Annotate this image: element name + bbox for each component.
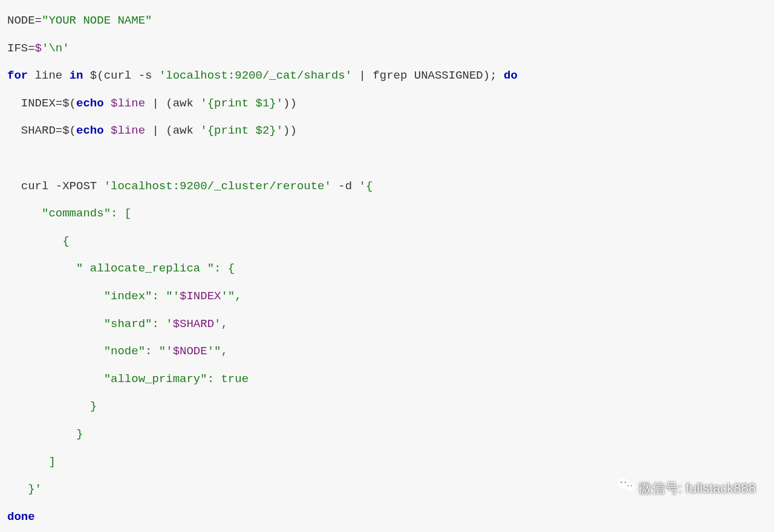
string-literal: "node": "' — [7, 345, 173, 358]
string-literal: ] — [7, 455, 56, 469]
code-text: -d — [331, 180, 359, 193]
string-literal: '{print $2}' — [200, 124, 283, 137]
string-literal: "YOUR NODE NAME" — [42, 14, 152, 27]
string-literal: { — [7, 235, 70, 248]
string-literal: '\n' — [42, 42, 70, 55]
string-literal: ', — [214, 317, 228, 331]
string-literal: " allocate_replica ": { — [7, 262, 235, 275]
variable: $line — [111, 97, 145, 110]
variable: $NODE — [173, 345, 207, 358]
code-text: | (awk — [145, 97, 200, 110]
keyword-in: in — [70, 69, 83, 82]
string-literal: '", — [221, 290, 241, 303]
code-text: | (awk — [145, 124, 200, 137]
builtin-echo: echo — [76, 124, 104, 137]
string-literal: }' — [7, 482, 42, 496]
string-literal: } — [7, 427, 83, 441]
string-literal: "allow_primary": true — [7, 372, 249, 386]
code-text: | fgrep UNASSIGNED); — [352, 69, 504, 82]
code-text: INDEX=$( — [7, 97, 76, 110]
variable: $line — [111, 124, 145, 137]
string-literal: '", — [207, 345, 228, 358]
code-line: IFS= — [7, 42, 35, 55]
string-literal: '{ — [359, 180, 373, 193]
code-text: $(curl -s — [83, 69, 158, 82]
dollar: $ — [35, 42, 42, 55]
code-text: SHARD=$( — [7, 124, 76, 137]
builtin-echo: echo — [76, 97, 104, 110]
code-text: line — [28, 69, 69, 82]
variable: $INDEX — [180, 290, 221, 303]
string-literal: '{print $1}' — [200, 97, 283, 110]
keyword-do: do — [504, 69, 518, 82]
code-text: )) — [283, 124, 297, 137]
code-block: NODE="YOUR NODE NAME" IFS=$'\n' for line… — [7, 7, 767, 531]
string-literal: "shard": ' — [7, 317, 173, 331]
string-literal: } — [7, 400, 97, 413]
code-line: NODE= — [7, 14, 42, 27]
code-text: )) — [283, 97, 297, 110]
string-literal: "commands": [ — [7, 207, 131, 220]
string-literal: "index": "' — [7, 290, 180, 303]
keyword-for: for — [7, 69, 28, 82]
string-literal: 'localhost:9200/_cat/shards' — [159, 69, 352, 82]
keyword-done: done — [7, 510, 35, 524]
variable: $SHARD — [173, 317, 214, 331]
string-literal: 'localhost:9200/_cluster/reroute' — [104, 180, 331, 193]
code-text: curl -XPOST — [7, 180, 104, 193]
